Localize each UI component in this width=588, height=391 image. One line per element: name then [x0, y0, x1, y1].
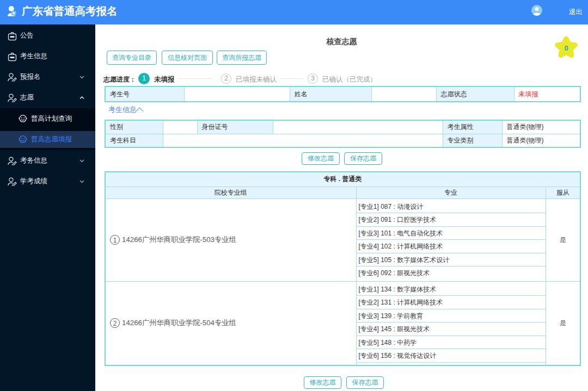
- svg-text:0: 0: [564, 44, 568, 52]
